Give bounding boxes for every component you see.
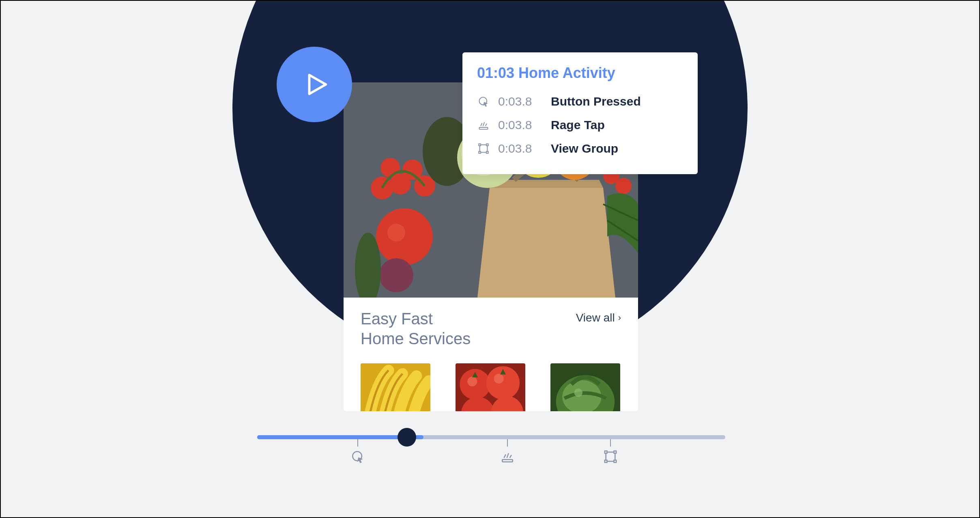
event-time: 0:03.8 — [498, 142, 543, 155]
view-all-label: View all — [576, 311, 615, 324]
title-line-2: Home Services — [361, 329, 471, 349]
cursor-click-icon — [477, 95, 490, 108]
view-all-link[interactable]: View all › — [576, 311, 621, 324]
thumb-greens[interactable] — [550, 363, 620, 411]
events-panel: 01:03 Home Activity 0:03.8 Button Presse… — [462, 52, 698, 174]
svg-point-28 — [574, 388, 582, 397]
session-replay-illustration: Easy Fast Home Services View all › — [0, 0, 980, 518]
event-label: Button Pressed — [551, 95, 641, 108]
marker-tick — [610, 439, 611, 447]
view-group-icon — [604, 450, 617, 464]
timeline-track[interactable] — [257, 435, 725, 439]
event-time: 0:03.8 — [498, 118, 543, 132]
svg-point-8 — [379, 258, 413, 292]
marker-rage-tap[interactable] — [501, 439, 514, 464]
svg-point-2 — [387, 224, 405, 242]
svg-point-16 — [615, 178, 632, 194]
card-body: Easy Fast Home Services View all › — [344, 298, 638, 411]
rage-tap-icon — [501, 450, 514, 464]
view-group-icon — [477, 142, 490, 155]
svg-point-1 — [376, 208, 433, 265]
thumb-tomatoes[interactable] — [456, 363, 525, 411]
event-time: 0:03.8 — [498, 95, 543, 108]
svg-rect-32 — [479, 144, 481, 146]
chevron-right-icon: › — [618, 313, 621, 323]
timeline — [257, 435, 725, 472]
svg-rect-37 — [502, 460, 513, 462]
play-icon — [302, 70, 331, 99]
rage-tap-icon — [477, 119, 490, 132]
timeline-markers — [257, 439, 725, 472]
svg-point-24 — [494, 373, 504, 383]
play-button[interactable] — [277, 47, 352, 122]
event-row-view-group[interactable]: 0:03.8 View Group — [477, 137, 683, 160]
svg-point-5 — [380, 158, 400, 177]
event-row-rage-tap[interactable]: 0:03.8 Rage Tap — [477, 113, 683, 137]
svg-rect-34 — [479, 151, 481, 153]
svg-rect-35 — [486, 151, 488, 153]
marker-tick — [507, 439, 508, 447]
marker-cursor-click[interactable] — [351, 439, 365, 464]
event-row-button-pressed[interactable]: 0:03.8 Button Pressed — [477, 90, 683, 113]
marker-tick — [357, 439, 358, 447]
svg-rect-39 — [605, 451, 607, 453]
event-label: Rage Tap — [551, 118, 605, 132]
product-thumbnails — [361, 363, 621, 411]
events-panel-title: 01:03 Home Activity — [477, 65, 683, 82]
card-header: Easy Fast Home Services View all › — [361, 309, 621, 349]
event-label: View Group — [551, 142, 618, 155]
svg-point-23 — [467, 376, 477, 386]
svg-rect-40 — [614, 451, 616, 453]
thumb-bananas[interactable] — [361, 363, 430, 411]
svg-rect-33 — [486, 144, 488, 146]
svg-rect-42 — [614, 460, 616, 463]
title-line-1: Easy Fast — [361, 309, 471, 329]
svg-rect-30 — [479, 127, 488, 130]
marker-view-group[interactable] — [604, 439, 617, 464]
cursor-click-icon — [351, 450, 365, 464]
card-title: Easy Fast Home Services — [361, 309, 471, 349]
svg-rect-41 — [605, 460, 607, 463]
